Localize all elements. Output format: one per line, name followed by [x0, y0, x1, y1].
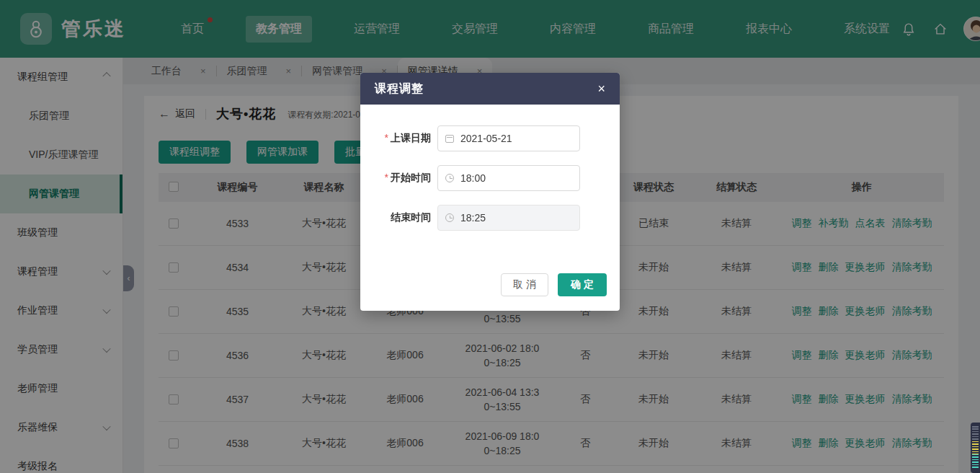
color-scale-widget[interactable] — [971, 423, 980, 473]
time-input: 18:25 — [437, 205, 580, 231]
confirm-button[interactable]: 确 定 — [558, 273, 607, 296]
form-row: *上课日期2021-05-21 — [375, 125, 620, 151]
modal-close-button[interactable]: × — [597, 82, 605, 95]
color-scale-teal — [972, 454, 979, 469]
clock-icon — [445, 174, 454, 182]
field-label-text: 结束时间 — [391, 211, 431, 223]
clock-icon — [445, 213, 454, 222]
modal-body: *上课日期2021-05-21*开始时间18:00结束时间18:25 — [360, 105, 620, 231]
input-value: 18:00 — [460, 172, 486, 184]
field-label-text: 开始时间 — [391, 172, 431, 183]
modal-footer: 取 消 确 定 — [501, 273, 607, 296]
course-adjust-modal: 课程调整 × *上课日期2021-05-21*开始时间18:00结束时间18:2… — [360, 73, 620, 311]
field-label: *上课日期 — [375, 132, 431, 145]
required-mark: * — [385, 172, 388, 183]
modal-title: 课程调整 — [375, 81, 597, 97]
color-scale-gray — [972, 426, 979, 441]
field-label: 结束时间 — [375, 211, 431, 224]
field-label: *开始时间 — [375, 172, 431, 185]
cancel-button[interactable]: 取 消 — [501, 273, 548, 296]
date-input[interactable]: 2021-05-21 — [437, 125, 580, 151]
calendar-icon — [445, 135, 454, 143]
input-value: 2021-05-21 — [460, 133, 512, 144]
form-row: 结束时间18:25 — [375, 205, 620, 231]
modal-header: 课程调整 × — [360, 73, 620, 105]
field-label-text: 上课日期 — [391, 132, 431, 143]
time-input[interactable]: 18:00 — [437, 165, 580, 191]
form-row: *开始时间18:00 — [375, 165, 620, 191]
input-value: 18:25 — [460, 212, 486, 224]
color-scale-yellow — [972, 441, 979, 454]
required-mark: * — [385, 132, 388, 143]
